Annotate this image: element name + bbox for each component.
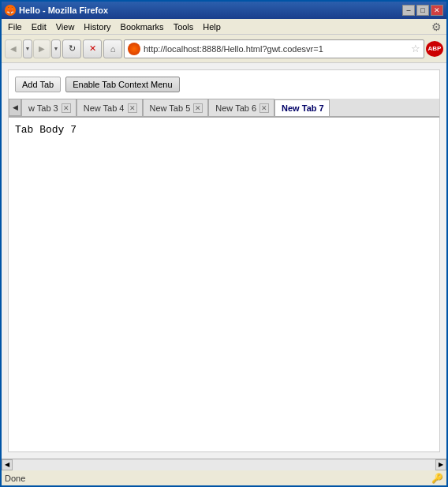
tab-body-text: Tab Body 7 xyxy=(15,124,77,136)
tab-5[interactable]: New Tab 5 ✕ xyxy=(143,99,209,116)
title-bar-left: 🦊 Hello - Mozilla Firefox xyxy=(5,5,108,16)
menu-view[interactable]: View xyxy=(51,21,80,33)
minimize-button[interactable]: – xyxy=(402,5,415,16)
tab-6-label: New Tab 6 xyxy=(215,103,256,113)
tab-3[interactable]: w Tab 3 ✕ xyxy=(21,99,77,116)
add-tab-button[interactable]: Add Tab xyxy=(15,77,61,92)
status-right: 🔑 xyxy=(431,473,443,484)
back-dropdown[interactable]: ▼ xyxy=(23,39,32,58)
settings-icon[interactable]: ⚙ xyxy=(427,18,445,36)
tab-4[interactable]: New Tab 4 ✕ xyxy=(77,99,143,116)
adblock-button[interactable]: ABP xyxy=(426,41,443,57)
menu-edit[interactable]: Edit xyxy=(27,21,51,33)
tab-scroll-left-button[interactable]: ◀ xyxy=(9,99,21,116)
tab-bar: ◀ w Tab 3 ✕ New Tab 4 ✕ New Tab 5 ✕ New … xyxy=(9,99,439,118)
tab-4-close-button[interactable]: ✕ xyxy=(128,103,137,113)
status-text: Done xyxy=(5,474,25,483)
scroll-track[interactable] xyxy=(13,459,435,470)
tab-6-close-button[interactable]: ✕ xyxy=(259,103,269,113)
title-bar: 🦊 Hello - Mozilla Firefox – □ ✕ xyxy=(2,2,446,19)
menu-bookmarks[interactable]: Bookmarks xyxy=(116,21,169,33)
page-content-area: Add Tab Enable Tab Context Menu ◀ w Tab … xyxy=(2,63,446,459)
firefox-icon: 🦊 xyxy=(5,5,16,16)
menu-history[interactable]: History xyxy=(79,21,115,33)
tab-4-label: New Tab 4 xyxy=(84,103,125,113)
window-title: Hello - Mozilla Firefox xyxy=(19,6,108,15)
home-button[interactable]: ⌂ xyxy=(103,39,122,58)
menu-bar: File Edit View History Bookmarks Tools H… xyxy=(2,19,446,35)
menu-file[interactable]: File xyxy=(3,21,27,33)
nav-toolbar: ◀ ▼ ▶ ▼ ↻ ✕ ⌂ ☆ ABP xyxy=(2,35,446,63)
tab-5-label: New Tab 5 xyxy=(150,103,191,113)
nav-group: ◀ ▼ ▶ ▼ xyxy=(5,39,61,58)
reload-button[interactable]: ↻ xyxy=(62,39,81,58)
tab-7-label: New Tab 7 xyxy=(282,103,324,113)
inner-page: Add Tab Enable Tab Context Menu ◀ w Tab … xyxy=(8,69,440,452)
bookmark-star-icon[interactable]: ☆ xyxy=(411,43,420,54)
browser-window: 🦊 Hello - Mozilla Firefox – □ ✕ File Edi… xyxy=(0,0,448,487)
tab-7[interactable]: New Tab 7 xyxy=(274,99,330,117)
status-bar: Done 🔑 xyxy=(2,470,446,485)
scroll-left-button[interactable]: ◀ xyxy=(2,459,13,470)
horizontal-scrollbar: ◀ ▶ xyxy=(2,459,446,470)
scroll-right-button[interactable]: ▶ xyxy=(435,459,446,470)
stop-button[interactable]: ✕ xyxy=(83,39,102,58)
address-input[interactable] xyxy=(144,44,408,54)
forward-dropdown[interactable]: ▼ xyxy=(51,39,61,58)
maximize-button[interactable]: □ xyxy=(416,5,429,16)
page-toolbar: Add Tab Enable Tab Context Menu xyxy=(9,70,439,99)
tab-3-close-button[interactable]: ✕ xyxy=(62,103,71,113)
title-bar-buttons: – □ ✕ xyxy=(402,5,443,16)
tab-3-label: w Tab 3 xyxy=(28,103,58,113)
site-icon xyxy=(128,43,140,55)
forward-button[interactable]: ▶ xyxy=(33,39,50,58)
tab-body: Tab Body 7 xyxy=(9,118,439,451)
menu-help[interactable]: Help xyxy=(198,21,226,33)
enable-context-menu-button[interactable]: Enable Tab Context Menu xyxy=(65,77,179,92)
address-bar: ☆ xyxy=(124,39,424,58)
tab-5-close-button[interactable]: ✕ xyxy=(193,103,203,113)
close-button[interactable]: ✕ xyxy=(431,5,443,16)
back-button[interactable]: ◀ xyxy=(5,39,22,58)
menu-tools[interactable]: Tools xyxy=(169,21,199,33)
security-icon: 🔑 xyxy=(431,473,443,484)
tab-6[interactable]: New Tab 6 ✕ xyxy=(208,99,274,116)
